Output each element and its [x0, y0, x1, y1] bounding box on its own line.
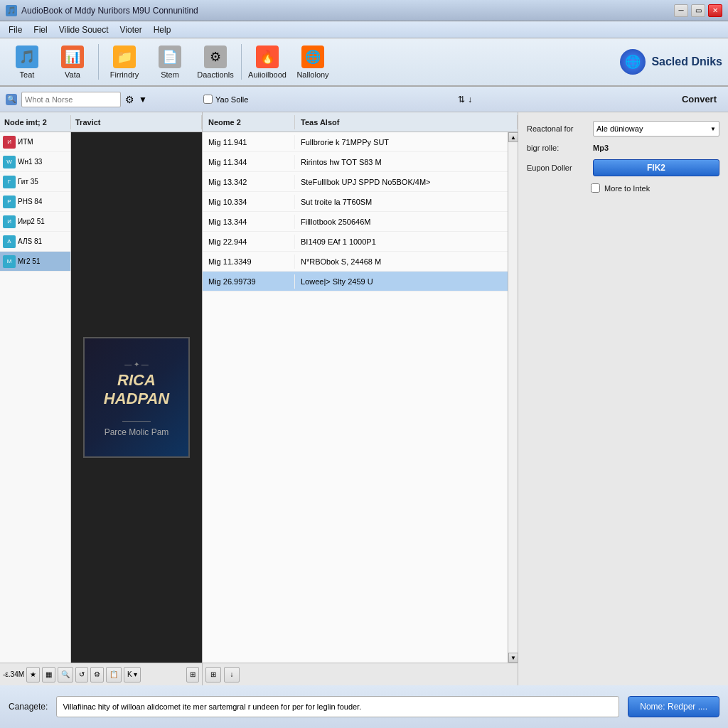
sacled-dniks-brand: 🌐 Sacled Dniks — [620, 49, 722, 75]
album-decoration-2: ———— — [122, 417, 151, 424]
stem-icon: 📄 — [159, 46, 181, 68]
track-scrollbar[interactable]: ▲ ▼ — [508, 132, 518, 663]
toolbar-auiioilbood[interactable]: 🔥 Auiioilbood — [246, 41, 289, 82]
tree-label-5: АЛS 81 — [18, 237, 42, 245]
track-neome-1: Mig 11.344 — [203, 155, 295, 169]
track-neome-5: Mig 22.944 — [203, 235, 295, 249]
track-btn-2[interactable]: ↓ — [224, 667, 240, 682]
track-neome-3: Mig 10.334 — [203, 195, 295, 209]
filter-icon[interactable]: ↓ — [468, 95, 472, 105]
album-subtitle: Parce Molic Pam — [105, 427, 169, 437]
menu-help[interactable]: Help — [148, 23, 177, 36]
more-intek-checkbox[interactable] — [591, 183, 600, 193]
menu-vioter[interactable]: Vioter — [114, 23, 148, 36]
main-area: Node imt; 2 Travict И ИТМ W Wн1 33 Г Гит… — [0, 112, 728, 685]
track-neome-4: Mig 13.344 — [203, 215, 295, 229]
reactonal-value: Ale dünioway — [596, 124, 643, 133]
track-row-4[interactable]: Mig 13.344 Filllotbook 250646M — [203, 212, 518, 232]
fik2-button[interactable]: FIK2 — [593, 159, 719, 176]
track-neome-0: Mig 11.941 — [203, 135, 295, 149]
track-teas-1: Ririntos hw TOT S83 M — [295, 155, 518, 169]
track-list-header: Neome 2 Teas Alsof — [203, 112, 518, 132]
search-input[interactable] — [21, 92, 121, 107]
window-title: AudioBook of Mddy Nuribors M9U Connuniti… — [21, 6, 674, 16]
track-teas-6: N*RBObok S, 24468 M — [295, 255, 518, 269]
toolbar-teat[interactable]: 🎵 Teat — [6, 41, 48, 82]
tree-item-3[interactable]: Р РНS 84 — [0, 192, 70, 212]
track-row-0[interactable]: Mig 11.941 Fullbrorie k 71MPPy SUT — [203, 132, 518, 152]
track-teas-4: Filllotbook 250646M — [295, 215, 518, 229]
refresh-button[interactable]: ↺ — [75, 667, 88, 682]
nallolony-icon: 🌐 — [301, 46, 324, 68]
grid-button[interactable]: ▦ — [42, 667, 55, 682]
scroll-up-arrow[interactable]: ▲ — [508, 132, 518, 142]
toolbar-vata[interactable]: 📊 Vata — [51, 41, 94, 82]
close-button[interactable]: ✕ — [708, 4, 722, 17]
left-bottom-toolbar: -ε.34M ★ ▦ 🔍 ↺ ⚙ 📋 K ▾ ⊞ — [0, 663, 202, 685]
status-bar: Canagete: Nome: Redper .... — [0, 685, 728, 728]
tree-item-1[interactable]: W Wн1 33 — [0, 152, 70, 172]
scroll-down-arrow[interactable]: ▼ — [508, 653, 518, 663]
menu-vilide-souect[interactable]: Vilide Souect — [53, 23, 114, 36]
tree-item-2[interactable]: Г Гит 35 — [0, 172, 70, 192]
bigr-rolle-value: Mp3 — [593, 144, 609, 152]
menu-file[interactable]: File — [3, 23, 28, 36]
track-row-6[interactable]: Mig 11.3349 N*RBObok S, 24468 M — [203, 252, 518, 272]
search-small-icon: 🔍 — [6, 94, 17, 105]
search-settings-icon[interactable]: ⚙ — [125, 94, 134, 105]
gear-bottom-button[interactable]: ⚙ — [90, 667, 104, 682]
track-row-3[interactable]: Mig 10.334 Sut troite la 7T60SM — [203, 192, 518, 212]
toolbar-vata-label: Vata — [65, 70, 80, 79]
tree-label-0: ИТМ — [18, 138, 33, 146]
track-row-5[interactable]: Mig 22.944 BI1409 EAf 1 1000P1 — [203, 232, 518, 252]
track-btn-1[interactable]: ⊞ — [205, 667, 221, 682]
bigr-rolle-row: bigr rolle: Mp3 — [527, 144, 719, 152]
left-panel: Node imt; 2 Travict И ИТМ W Wн1 33 Г Гит… — [0, 112, 203, 685]
sacled-dniks-icon: 🌐 — [620, 49, 646, 75]
track-teas-3: Sut troite la 7T60SM — [295, 195, 518, 209]
tree-icon-1: W — [3, 156, 16, 168]
expand-button[interactable]: ⊞ — [186, 667, 199, 682]
sort-icon[interactable]: ⇅ — [458, 95, 465, 105]
track-teas-5: BI1409 EAf 1 1000P1 — [295, 235, 518, 249]
search-bottom-button[interactable]: 🔍 — [58, 667, 73, 682]
canagete-input[interactable] — [56, 696, 619, 717]
tree-item-4[interactable]: И Иир2 51 — [0, 212, 70, 232]
star-button[interactable]: ★ — [26, 667, 40, 682]
teat-icon: 🎵 — [16, 46, 38, 68]
dropdown-arrow-icon: ▼ — [710, 126, 716, 132]
app-icon: 🎵 — [6, 5, 17, 16]
toolbar-daactionls[interactable]: ⚙ Daactionls — [194, 41, 237, 82]
track-row-1[interactable]: Mig 11.344 Ririntos hw TOT S83 M — [203, 152, 518, 172]
reactonal-dropdown[interactable]: Ale dünioway ▼ — [593, 121, 719, 136]
search-dropdown-icon[interactable]: ▼ — [139, 95, 147, 105]
search-bar-right: Yao Solle ⇅ ↓ Convert — [203, 94, 722, 105]
toolbar-nallolony[interactable]: 🌐 Nallolony — [291, 41, 334, 82]
track-row-7[interactable]: Mig 26.99739 Lowee|> Slty 2459 U — [203, 272, 518, 291]
yao-solle-checkbox[interactable] — [203, 95, 213, 104]
menu-fiel[interactable]: Fiel — [28, 23, 53, 36]
toolbar-firrindry[interactable]: 📁 Firrindry — [103, 41, 146, 82]
minimize-button[interactable]: ─ — [674, 4, 688, 17]
yao-solle-checkbox-label[interactable]: Yao Solle — [203, 95, 248, 104]
k-dropdown-button[interactable]: K ▾ — [124, 667, 141, 682]
tree-item-6[interactable]: М Мг2 51 — [0, 252, 70, 272]
more-intek-row: More to Intek — [527, 183, 719, 193]
tree-label-6: Мг2 51 — [18, 257, 40, 265]
tree-item-0[interactable]: И ИТМ — [0, 132, 70, 152]
tree-item-5[interactable]: А АЛS 81 — [0, 232, 70, 252]
doc-button[interactable]: 📋 — [106, 667, 122, 682]
daactionls-icon: ⚙ — [204, 46, 227, 68]
search-bar: 🔍 ⚙ ▼ Yao Solle ⇅ ↓ Convert — [0, 87, 728, 112]
eupon-doller-row: Eupon Doller FIK2 — [527, 159, 719, 176]
scroll-thumb[interactable] — [508, 142, 518, 653]
middle-panel: Neome 2 Teas Alsof Mig 11.941 Fullbrorie… — [203, 112, 518, 685]
nome-redper-button[interactable]: Nome: Redper .... — [628, 696, 719, 717]
tree-icon-3: Р — [3, 196, 16, 208]
bottom-time: -ε.34M — [3, 670, 24, 678]
maximize-button[interactable]: ▭ — [691, 4, 705, 17]
toolbar-stem[interactable]: 📄 Stem — [149, 41, 191, 82]
track-teas-7: Lowee|> Slty 2459 U — [295, 274, 518, 289]
col-travict-header: Travict — [71, 115, 202, 129]
track-row-2[interactable]: Mig 13.342 SteFulllbok UPJ SPPD No5BOK/4… — [203, 172, 518, 192]
